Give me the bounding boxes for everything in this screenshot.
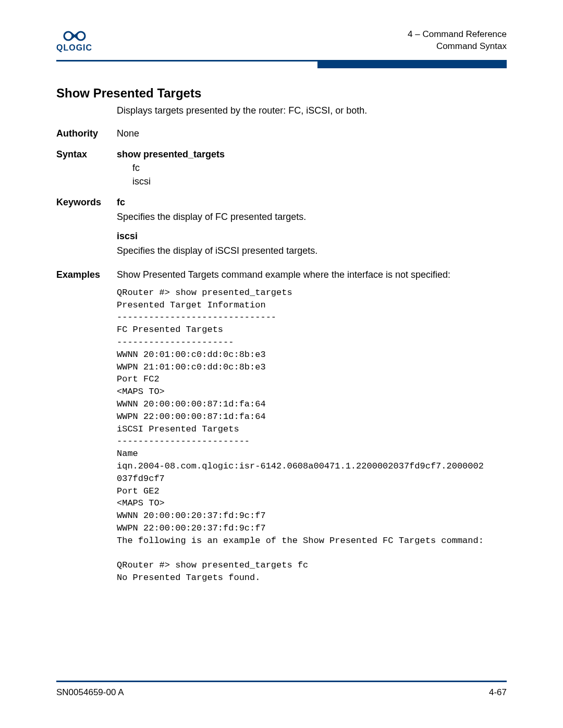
- syntax-label: Syntax: [56, 147, 117, 161]
- header-rule: [56, 60, 507, 68]
- header-line-2: Command Syntax: [408, 41, 507, 53]
- intro-text: Displays targets presented by the router…: [117, 104, 507, 117]
- authority-value: None: [117, 127, 507, 140]
- keyword-iscsi: iscsi: [117, 229, 507, 243]
- examples-intro: Show Presented Targets command example w…: [117, 268, 507, 281]
- authority-label: Authority: [56, 127, 117, 140]
- page-footer: SN0054659-00 A 4-67: [56, 681, 507, 698]
- footer-left: SN0054659-00 A: [56, 687, 124, 698]
- footer-right: 4-67: [489, 687, 507, 698]
- header-line-1: 4 – Command Reference: [408, 29, 507, 41]
- syntax-command: show presented_targets: [117, 147, 507, 161]
- svg-point-0: [64, 32, 72, 40]
- page-header: QLOGIC 4 – Command Reference Command Syn…: [56, 29, 507, 57]
- qlogic-icon: [59, 30, 90, 42]
- logo-text: QLOGIC: [56, 43, 92, 53]
- header-text: 4 – Command Reference Command Syntax: [408, 29, 507, 53]
- examples-label: Examples: [56, 268, 117, 281]
- svg-point-1: [77, 32, 85, 40]
- examples-block: QRouter #> show presented_targets Presen…: [117, 287, 507, 584]
- keyword-iscsi-desc: Specifies the display of iSCSI presented…: [117, 244, 507, 257]
- keywords-label: Keywords: [56, 195, 117, 209]
- keyword-fc: fc: [117, 195, 507, 209]
- page-title: Show Presented Targets: [56, 86, 507, 101]
- syntax-opt-iscsi: iscsi: [132, 175, 507, 188]
- logo: QLOGIC: [56, 30, 92, 53]
- content: Show Presented Targets Displays targets …: [56, 86, 507, 584]
- keyword-fc-desc: Specifies the display of FC presented ta…: [117, 210, 507, 224]
- syntax-opt-fc: fc: [132, 161, 507, 175]
